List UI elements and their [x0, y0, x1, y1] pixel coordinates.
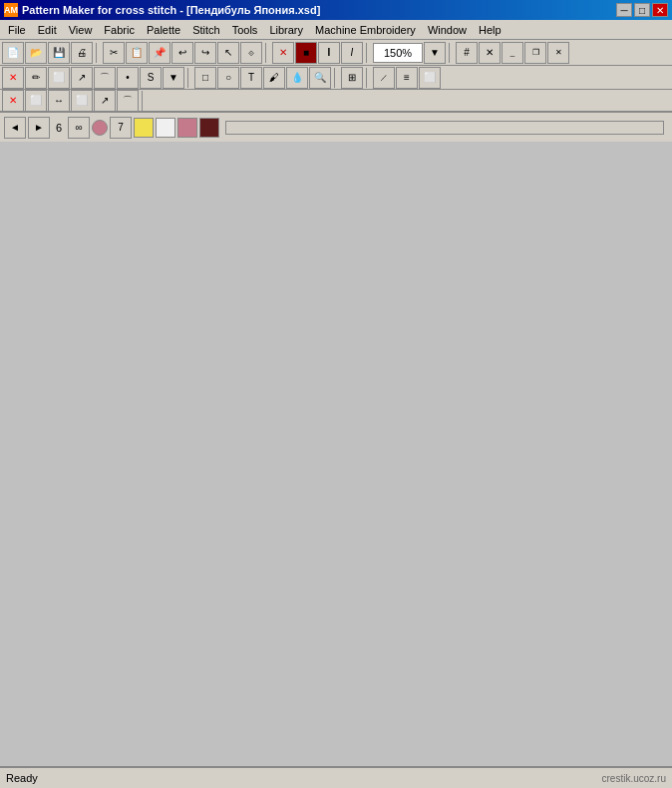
main-window: AM Pattern Maker for cross stitch - [Пен… — [0, 0, 672, 788]
status-bar: Ready crestik.ucoz.ru — [0, 766, 672, 788]
sep-t3 — [142, 91, 146, 111]
save-button[interactable]: 💾 — [48, 42, 70, 64]
s-drop[interactable]: ▼ — [163, 67, 184, 89]
color-dot — [92, 120, 108, 136]
menu-tools[interactable]: Tools — [226, 22, 264, 38]
undo-button[interactable]: ↩ — [171, 42, 193, 64]
menu-window[interactable]: Window — [422, 22, 473, 38]
italic-button[interactable]: I — [341, 42, 363, 64]
rubber-button[interactable]: ⬜ — [48, 67, 70, 89]
color-swatch-white — [156, 118, 175, 138]
bold-button[interactable]: I — [318, 42, 340, 64]
menu-machine-embroidery[interactable]: Machine Embroidery — [309, 22, 422, 38]
frame-button[interactable]: ⊞ — [341, 67, 363, 89]
sub-min[interactable]: _ — [502, 42, 523, 64]
separator-1 — [96, 43, 100, 63]
fill-button[interactable]: 🖌 — [263, 67, 285, 89]
menu-stitch[interactable]: Stitch — [186, 22, 226, 38]
pointer-button[interactable]: ↖ — [217, 42, 239, 64]
menu-edit[interactable]: Edit — [32, 22, 63, 38]
minimize-button[interactable]: ─ — [616, 3, 632, 17]
horizontal-scroll-track[interactable] — [225, 121, 664, 135]
grid-button[interactable]: # — [456, 42, 478, 64]
menu-bar: File Edit View Fabric Palette Stitch Too… — [0, 20, 672, 40]
title-bar-left: AM Pattern Maker for cross stitch - [Пен… — [4, 3, 320, 17]
menu-help[interactable]: Help — [473, 22, 507, 38]
toolbar-1: 📄 📂 💾 🖨 ✂ 📋 📌 ↩ ↪ ↖ ⟐ ✕ ■ I I 150% ▼ # ✕… — [0, 40, 672, 66]
menu-file[interactable]: File — [2, 22, 32, 38]
layer-indicator: 6 — [56, 122, 62, 134]
zoom-display: 150% — [373, 43, 423, 63]
stitch-btn3[interactable]: ⬜ — [419, 67, 441, 89]
move-btn[interactable]: ↔ — [48, 90, 70, 112]
toolbar-2: ✕ ✏ ⬜ ↗ ⌒ • S ▼ □ ○ T 🖌 💧 🔍 ⊞ ⟋ ≡ ⬜ — [0, 66, 672, 90]
open-button[interactable]: 📂 — [25, 42, 47, 64]
menu-library[interactable]: Library — [263, 22, 309, 38]
s-button[interactable]: S — [140, 67, 162, 89]
separator-t2c — [366, 68, 370, 88]
copy-button[interactable]: 📋 — [126, 42, 148, 64]
pencil-button[interactable]: ✏ — [25, 67, 47, 89]
dot-button[interactable]: • — [117, 67, 139, 89]
color-swatch-yellow — [134, 118, 154, 138]
thread-button[interactable]: 7 — [110, 117, 132, 139]
print-button[interactable]: 🖨 — [71, 42, 93, 64]
stop-button[interactable]: ✕ — [2, 67, 24, 89]
scroll-right-button[interactable]: ► — [28, 117, 50, 139]
wand-button[interactable]: ⟐ — [240, 42, 262, 64]
color-swatch-dark — [199, 118, 219, 138]
magnify-button[interactable]: 🔍 — [309, 67, 331, 89]
arrow-button[interactable]: ↗ — [71, 67, 93, 89]
paste-button[interactable]: 📌 — [149, 42, 170, 64]
status-text: Ready — [6, 772, 38, 784]
text-button[interactable]: T — [240, 67, 262, 89]
layer-number: 6 — [56, 122, 62, 134]
close-button[interactable]: ✕ — [652, 3, 668, 17]
title-bar: AM Pattern Maker for cross stitch - [Пен… — [0, 0, 672, 20]
eyedrop-button[interactable]: 💧 — [286, 67, 308, 89]
crosshair-btn[interactable]: ✕ — [2, 90, 24, 112]
cut-button[interactable]: ✂ — [103, 42, 125, 64]
bottom-toolbar: ◄ ► 6 ∞ 7 — [0, 112, 672, 142]
diag-btn[interactable]: ↗ — [94, 90, 116, 112]
select-btn[interactable]: ⬜ — [25, 90, 47, 112]
color-swatch-pink — [177, 118, 197, 138]
separator-t2b — [334, 68, 338, 88]
rect-button[interactable]: □ — [194, 67, 216, 89]
canvas-area: ▼ ► — [0, 112, 672, 766]
stitch-btn2[interactable]: ≡ — [396, 67, 418, 89]
cross-button[interactable]: ✕ — [272, 42, 294, 64]
sub-close[interactable]: ✕ — [547, 42, 569, 64]
toolbar-3: ✕ ⬜ ↔ ⬜ ↗ ⌒ — [0, 90, 672, 112]
infinity-button[interactable]: ∞ — [68, 117, 90, 139]
cross2-button[interactable]: ✕ — [479, 42, 501, 64]
separator-4 — [449, 43, 453, 63]
circle-button[interactable]: ○ — [217, 67, 239, 89]
stitch-btn1[interactable]: ⟋ — [373, 67, 395, 89]
redo-button[interactable]: ↪ — [194, 42, 216, 64]
zoom-dropdown[interactable]: ▼ — [424, 42, 446, 64]
menu-palette[interactable]: Palette — [141, 22, 186, 38]
title-bar-controls: ─ □ ✕ — [616, 3, 668, 17]
menu-view[interactable]: View — [63, 22, 99, 38]
maximize-button[interactable]: □ — [634, 3, 650, 17]
separator-3 — [366, 43, 370, 63]
website-label: crestik.ucoz.ru — [602, 773, 666, 784]
title-text: Pattern Maker for cross stitch - [Пендиб… — [22, 4, 320, 16]
scroll-left-button[interactable]: ◄ — [4, 117, 26, 139]
app-icon: AM — [4, 3, 18, 17]
curve-button[interactable]: ⌒ — [94, 67, 116, 89]
select2-btn[interactable]: ⬜ — [71, 90, 93, 112]
curve2-btn[interactable]: ⌒ — [117, 90, 139, 112]
menu-fabric[interactable]: Fabric — [98, 22, 141, 38]
new-button[interactable]: 📄 — [2, 42, 24, 64]
separator-t2 — [187, 68, 191, 88]
separator-2 — [265, 43, 269, 63]
sub-restore[interactable]: ❐ — [524, 42, 546, 64]
color1-button[interactable]: ■ — [295, 42, 317, 64]
